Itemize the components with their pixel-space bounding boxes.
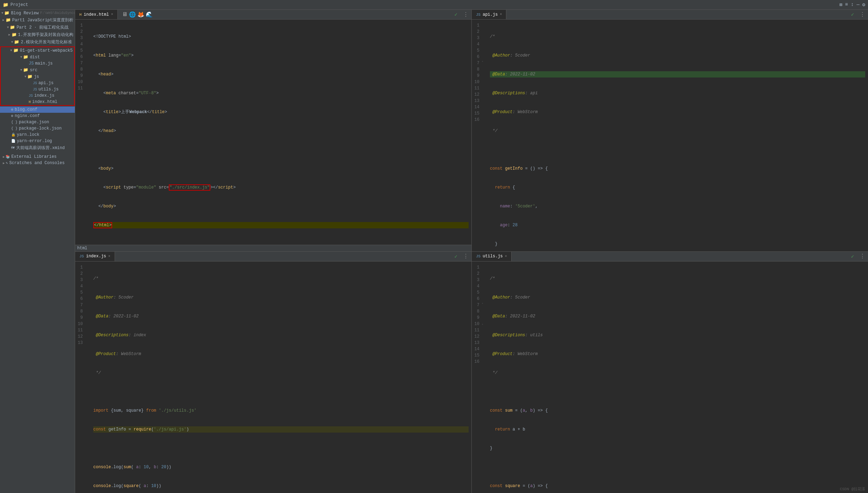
chevron-down-icon-js: ▼: [24, 75, 26, 79]
sidebar-item-packagelockjson[interactable]: { } package-lock.json: [0, 125, 75, 132]
file-icon-packagejson: { }: [11, 120, 17, 124]
code-area-indexjs[interactable]: 12345678910111213 /* @Author: 5coder @Da…: [75, 262, 471, 493]
highlighted-folder-group: ▼ 📁 01-get-start-webpack5 ▼ 📁 dist JS ma…: [0, 46, 75, 106]
code-content-utilsjs: /* @Author: 5coder @Data: 2022-11-02 @De…: [487, 262, 868, 493]
tab-close-utilsjs[interactable]: ×: [505, 255, 507, 258]
browser-icon-1[interactable]: 🖥: [122, 11, 128, 18]
tab-label-indexjs: index.js: [86, 254, 106, 259]
browser-icon-ff[interactable]: 🦊: [137, 11, 144, 18]
sidebar-item-webpack5[interactable]: ▼ 📁 01-get-start-webpack5: [1, 47, 74, 54]
chevron-right-icon-scratch: ▶: [3, 161, 5, 165]
gutter-indexhtml: [85, 20, 91, 245]
sidebar-item-yarnerror[interactable]: 📄 yarn-error.log: [0, 138, 75, 144]
sidebar-item-utilsjs[interactable]: JS utils.js: [1, 86, 74, 93]
sidebar-item-part1[interactable]: ▶ 📁 Part1 JavaScript深度度剖析: [0, 16, 75, 24]
file-icon-nginxconf: ⚙: [11, 114, 13, 118]
tab-icon-apijs: JS: [476, 13, 480, 17]
code-area-apijs[interactable]: 12345678910111213141516 ◦ /* @Author: 5c…: [472, 20, 868, 251]
tab-bar-apijs: JS api.js × ✓ ⋮: [472, 10, 868, 20]
sidebar-item-part2[interactable]: ▼ 📁 Part 2 · 前端工程化实战: [0, 24, 75, 31]
browser-icon-edge[interactable]: 🌊: [146, 11, 153, 18]
tab-icon-html: H: [79, 13, 82, 17]
sidebar-label-js: js: [34, 74, 39, 79]
grid-icon[interactable]: ⊞: [839, 2, 842, 8]
sidebar-item-nginxconf[interactable]: ⚙ nginx.conf: [0, 113, 75, 119]
folder-icon-wp5: 📁: [13, 48, 19, 53]
tab-close-indexjs[interactable]: ×: [108, 255, 110, 258]
tab-utilsjs[interactable]: JS utils.js ×: [472, 252, 512, 261]
code-area-indexhtml[interactable]: 1234567891011 <!DOCTYPE html> <html lang…: [75, 20, 471, 245]
tab-indexhtml[interactable]: H index.html ×: [75, 10, 118, 19]
collapse-icon[interactable]: —: [856, 2, 859, 8]
tab-icon-indexjs: JS: [79, 254, 84, 258]
browser-icon-chrome[interactable]: 🌐: [129, 11, 136, 18]
sidebar-item-indexhtml[interactable]: H index.html: [1, 99, 74, 105]
sidebar-label-blog-review: Blog Review: [11, 11, 38, 16]
folder-icon-js: 📁: [27, 74, 32, 79]
sidebar-item-external-libs[interactable]: ▶ 📚 External Libraries: [0, 154, 75, 160]
sidebar-item-blog-review[interactable]: ▼ 📁 Blog Review F:\Web\BaiduSyncd: [0, 10, 75, 16]
sidebar-item-yarnlock[interactable]: 🔒 yarn.lock: [0, 132, 75, 138]
sidebar-item-blogconf[interactable]: ⚙ blog.conf: [0, 106, 75, 113]
code-content-indexjs: /* @Author: 5coder @Data: 2022-11-02 @De…: [91, 262, 471, 493]
sidebar-item-2modular[interactable]: ▼ 📁 2.模块化开发与规范化标准: [0, 38, 75, 46]
html-status-label: html: [75, 245, 471, 251]
folder-icon-2mod: 📁: [14, 39, 19, 45]
file-icon-utilsjs: JS: [33, 88, 37, 91]
tab-menu-indexjs[interactable]: ⋮: [460, 253, 471, 260]
sidebar-label-utilsjs: utils.js: [38, 87, 59, 92]
gutter-indexjs: [85, 262, 91, 493]
sidebar-item-mainjs[interactable]: JS main.js: [1, 60, 74, 67]
folder-icon: 📁: [4, 10, 9, 16]
chevron-right-icon: ▶: [2, 18, 4, 22]
sidebar-item-packagejson[interactable]: { } package.json: [0, 119, 75, 125]
sidebar-item-scratches[interactable]: ▶ ✎ Scratches and Consoles: [0, 160, 75, 166]
menu-icon[interactable]: ≡: [845, 2, 848, 8]
file-icon-yarnerror: 📄: [11, 139, 15, 143]
tab-menu-utilsjs[interactable]: ⋮: [857, 253, 868, 260]
sidebar-label-packagejson: package.json: [19, 120, 49, 125]
line-numbers-indexjs: 12345678910111213: [75, 262, 85, 493]
code-area-utilsjs[interactable]: 12345678910111213141516 ◦ ◦ /* @Author: …: [472, 262, 868, 493]
tab-menu-apijs[interactable]: ⋮: [857, 11, 868, 18]
sidebar-item-src[interactable]: ▼ 📁 src: [1, 67, 74, 73]
tab-label-utilsjs: utils.js: [483, 254, 503, 259]
chevron-right-icon-1dev: ▶: [8, 33, 10, 37]
tab-label-apijs: api.js: [483, 12, 498, 17]
line-numbers-apijs: 12345678910111213141516: [472, 20, 482, 251]
sort-icon[interactable]: ↕: [851, 2, 854, 8]
check-mark-apijs: ✓: [851, 12, 857, 17]
folder-icon-src: 📁: [23, 67, 28, 73]
sidebar-label-scratches: Scratches and Consoles: [9, 161, 64, 165]
code-content-indexhtml: <!DOCTYPE html> <html lang="en"> <head> …: [91, 20, 471, 245]
sidebar-label-xmind: 大前端高薪训练营.xmind: [16, 145, 65, 151]
sidebar-label-2mod: 2.模块化开发与规范化标准: [21, 39, 72, 45]
tab-menu-indexhtml[interactable]: ⋮: [460, 11, 471, 18]
tab-close-indexhtml[interactable]: ×: [111, 13, 113, 16]
toolbar-icons: ⊞ ≡ ↕ — ⚙: [839, 2, 865, 8]
sidebar-item-1-dev[interactable]: ▶ 📁 1.开发脚手架及封装自动化构: [0, 31, 75, 38]
top-bar-title: Project: [10, 2, 28, 7]
tab-indexjs[interactable]: JS index.js ×: [75, 252, 115, 261]
tab-close-apijs[interactable]: ×: [500, 13, 502, 16]
tab-bar-indexhtml: H index.html × 🖥 🌐 🦊 🌊 ✓ ⋮: [75, 10, 471, 20]
sidebar-item-js[interactable]: ▼ 📁 js: [1, 73, 74, 80]
sidebar-label-dist: dist: [30, 55, 40, 60]
sidebar-label-yarnlock: yarn.lock: [17, 132, 39, 137]
tab-apijs[interactable]: JS api.js ×: [472, 10, 506, 19]
settings-icon[interactable]: ⚙: [862, 2, 865, 8]
chevron-down-icon-wp5: ▼: [10, 49, 12, 52]
sidebar-item-indexjs[interactable]: JS index.js: [1, 93, 74, 99]
sidebar-item-apijs[interactable]: JS api.js: [1, 80, 74, 86]
sidebar-item-xmind[interactable]: 🗺 大前端高薪训练营.xmind: [0, 144, 75, 152]
sidebar-label-blogconf: blog.conf: [15, 107, 37, 112]
file-icon-blogconf: ⚙: [11, 108, 13, 112]
main-layout: ▼ 📁 Blog Review F:\Web\BaiduSyncd ▶ 📁 Pa…: [0, 10, 868, 493]
chevron-right-icon-extlibs: ▶: [3, 155, 5, 159]
sidebar-item-dist[interactable]: ▼ 📁 dist: [1, 54, 74, 60]
folder-icon-dist: 📁: [23, 54, 28, 60]
scratches-icon: ✎: [6, 161, 8, 165]
chevron-down-icon-dist: ▼: [20, 56, 22, 59]
file-icon-mainjs: JS: [29, 61, 34, 66]
sidebar-label-mainjs: main.js: [35, 61, 52, 66]
